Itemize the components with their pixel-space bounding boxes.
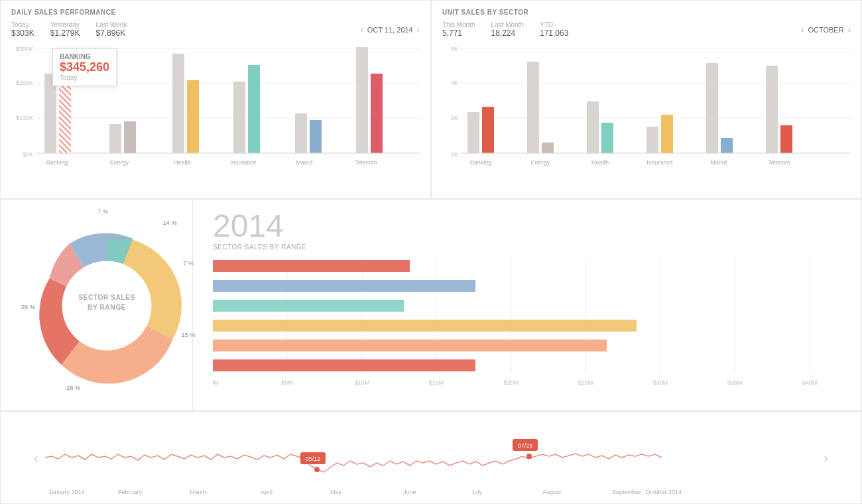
svg-text:0K: 0K [451, 151, 458, 158]
bar-health-gray[interactable] [172, 54, 184, 153]
hbar-6[interactable] [213, 359, 475, 371]
daily-sales-chart: BANKING $345,260 Today $0K $100K $200K $… [11, 42, 420, 174]
stat-yesterday: Yesterday $1,279K [50, 21, 80, 38]
svg-text:Energy: Energy [531, 159, 550, 166]
bar-tooltip: BANKING $345,260 Today [52, 48, 117, 86]
svg-text:$5M: $5M [281, 379, 293, 386]
unit-stats-row: This Month 5,771 Last Month 18,224 YTD 1… [442, 21, 851, 38]
stat-today-label: Today [11, 21, 34, 29]
unit-sales-chart: 0K 2K 4K 6K [442, 42, 851, 174]
svg-rect-29 [601, 123, 613, 153]
svg-text:05/12: 05/12 [305, 456, 320, 462]
bar-manuf-gray[interactable] [295, 113, 307, 153]
bar-manuf-colored[interactable] [310, 120, 322, 153]
hbar-2[interactable] [213, 280, 475, 292]
daily-sales-title: DAILY SALES PERFORMANCE [11, 9, 420, 16]
svg-text:Health: Health [591, 159, 609, 166]
unit-sales-panel: UNIT SALES BY SECTOR This Month 5,771 La… [431, 0, 862, 199]
svg-text:July: July [471, 489, 483, 495]
bar-insurance-gray[interactable] [233, 82, 245, 153]
svg-text:Telecom: Telecom [355, 159, 377, 166]
svg-text:4K: 4K [451, 80, 458, 86]
unit-date-next-arrow[interactable]: › [848, 25, 851, 34]
unit-date-navigator: ‹ OCTOBER › [801, 25, 851, 34]
hbar-4[interactable] [213, 320, 637, 332]
svg-text:Manuf.: Manuf. [710, 159, 729, 166]
svg-rect-34 [766, 66, 778, 153]
stat-lastweek: Last Week $7,896K [95, 21, 127, 38]
unit-lastmonth-label: Last Month [491, 21, 523, 29]
timeline-prev-arrow[interactable]: ‹ [27, 450, 45, 466]
svg-text:7 %: 7 % [97, 208, 108, 215]
date-next-arrow[interactable]: › [417, 25, 420, 34]
hbar-panel: 2014 SECTOR SALES BY RANGE [193, 200, 861, 413]
svg-text:Insurance: Insurance [646, 159, 673, 166]
svg-text:29 %: 29 % [21, 304, 35, 310]
bar-energy-colored[interactable] [124, 121, 136, 153]
timeline-next-arrow[interactable]: › [817, 450, 835, 466]
svg-rect-30 [646, 127, 658, 153]
svg-rect-27 [542, 143, 554, 153]
hbar-3[interactable] [213, 300, 404, 312]
hbar-svg: $0M $5M $10M $15M $20M $25M $30M $35M $4… [213, 257, 848, 387]
bar-energy-gray[interactable] [109, 124, 121, 153]
hbar-title: SECTOR SALES BY RANGE [213, 243, 848, 251]
stat-lastweek-label: Last Week [95, 21, 127, 29]
svg-text:$30M: $30M [653, 379, 668, 386]
svg-text:07/28: 07/28 [517, 442, 532, 449]
stat-today: Today $303K [11, 21, 34, 38]
unit-date-prev-arrow[interactable]: ‹ [801, 25, 804, 34]
svg-text:$35M: $35M [727, 379, 743, 386]
svg-text:October 2014: October 2014 [645, 489, 682, 495]
bar-telecom-colored[interactable] [371, 74, 383, 153]
tooltip-sector: BANKING [60, 53, 109, 60]
unit-ytd-value: 171,063 [540, 29, 568, 38]
svg-text:15 %: 15 % [182, 332, 196, 338]
svg-text:28 %: 28 % [66, 385, 80, 391]
svg-text:$40M: $40M [802, 379, 818, 386]
bar-health-colored[interactable] [187, 80, 199, 153]
stat-today-value: $303K [11, 29, 34, 38]
svg-rect-24 [467, 112, 479, 153]
svg-text:BY RANGE: BY RANGE [88, 304, 126, 311]
unit-lastmonth-value: 18,224 [491, 29, 515, 38]
svg-text:Banking: Banking [46, 159, 68, 166]
donut-panel: SECTOR SALES BY RANGE 29 % 28 % 15 % 7 %… [1, 200, 193, 413]
hbar-5[interactable] [213, 340, 607, 351]
svg-rect-33 [721, 138, 733, 153]
svg-text:14 %: 14 % [162, 220, 176, 226]
tooltip-sub: Today [60, 74, 109, 82]
svg-text:May: May [330, 489, 342, 495]
hbar-1[interactable] [213, 260, 410, 272]
year-label: 2014 [213, 210, 848, 242]
bar-insurance-colored[interactable] [248, 65, 260, 153]
svg-text:Health: Health [174, 159, 191, 166]
svg-text:$25M: $25M [578, 379, 593, 386]
svg-text:$20M: $20M [504, 379, 519, 386]
stat-yesterday-label: Yesterday [50, 21, 80, 29]
svg-text:June: June [403, 489, 416, 495]
timeline-content: 05/12 07/28 January 2014 February March … [45, 418, 818, 497]
svg-text:7 %: 7 % [183, 260, 194, 267]
svg-text:September: September [612, 489, 641, 495]
svg-text:August: August [542, 489, 562, 495]
svg-text:$0M: $0M [213, 379, 219, 386]
unit-thismonth-value: 5,771 [442, 29, 462, 38]
svg-rect-25 [482, 107, 494, 153]
svg-text:$100K: $100K [16, 115, 33, 121]
bar-telecom-gray[interactable] [356, 47, 368, 153]
svg-text:March: March [190, 489, 206, 495]
unit-thismonth-label: This Month [442, 21, 475, 29]
svg-text:February: February [118, 489, 143, 495]
date-prev-arrow[interactable]: ‹ [360, 25, 363, 34]
svg-text:$10M: $10M [355, 379, 370, 386]
svg-text:$0K: $0K [23, 151, 33, 158]
unit-sales-title: UNIT SALES BY SECTOR [442, 9, 851, 16]
daily-sales-panel: DAILY SALES PERFORMANCE Today $303K Yest… [0, 0, 431, 199]
tooltip-value: $345,260 [60, 60, 109, 74]
unit-current-month: OCTOBER [808, 26, 843, 34]
svg-text:6K: 6K [451, 46, 458, 52]
svg-rect-26 [527, 62, 539, 153]
svg-text:$300K: $300K [16, 46, 33, 52]
svg-text:Energy: Energy [110, 159, 129, 166]
